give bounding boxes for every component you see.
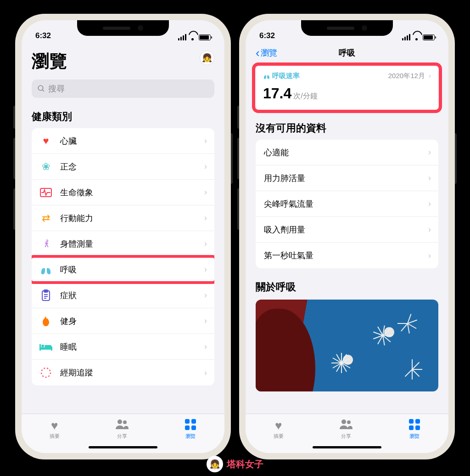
tab-label: 摘要 xyxy=(274,433,284,440)
category-list: ♥ 心臟 › ❀ 正念 › 生命徵象 › ⇄ xyxy=(32,128,214,385)
chevron-right-icon: › xyxy=(204,290,207,300)
tab-label: 摘要 xyxy=(50,433,60,440)
section-header-categories: 健康類別 xyxy=(32,110,214,124)
home-indicator[interactable] xyxy=(313,446,381,448)
chevron-right-icon: › xyxy=(204,213,207,223)
about-illustration[interactable] xyxy=(256,300,438,391)
category-row-mindfulness[interactable]: ❀ 正念 › xyxy=(32,154,214,180)
rate-label-row: 呼吸速率 xyxy=(263,72,300,80)
body-icon: 𐀪 xyxy=(39,237,53,251)
list-item[interactable]: 用力肺活量 › xyxy=(256,165,438,191)
chevron-right-icon: › xyxy=(428,147,431,157)
svg-point-13 xyxy=(41,368,50,377)
tab-browse[interactable]: 瀏覽 xyxy=(185,419,196,440)
tab-share[interactable]: 分享 xyxy=(115,419,129,440)
svg-rect-19 xyxy=(191,425,196,430)
svg-rect-18 xyxy=(185,425,190,430)
category-row-respiratory[interactable]: 呼吸 › xyxy=(32,257,214,283)
category-row-mobility[interactable]: ⇄ 行動能力 › xyxy=(32,205,214,231)
item-label: 吸入劑用量 xyxy=(264,224,428,235)
tab-summary[interactable]: ♥ 摘要 xyxy=(50,419,60,440)
watermark-text: 塔科女子 xyxy=(227,458,263,470)
chevron-right-icon: › xyxy=(204,342,207,351)
list-item[interactable]: 第一秒吐氣量 › xyxy=(256,243,438,268)
category-row-sleep[interactable]: 睡眠 › xyxy=(32,334,214,360)
respiratory-rate-card[interactable]: 呼吸速率 2020年12月 › 17.4 次/分鐘 xyxy=(256,66,438,109)
heart-icon: ♥ xyxy=(275,419,282,431)
svg-point-14 xyxy=(118,419,122,424)
heart-icon: ♥ xyxy=(51,419,58,431)
svg-point-0 xyxy=(38,85,43,91)
svg-rect-24 xyxy=(409,425,414,430)
clipboard-icon xyxy=(39,289,53,302)
category-label: 症狀 xyxy=(60,290,204,301)
profile-avatar[interactable]: 👧 xyxy=(200,51,214,65)
tab-summary[interactable]: ♥ 摘要 xyxy=(274,419,284,440)
back-button[interactable]: ‹ 瀏覽 xyxy=(256,46,277,60)
nav-title: 呼吸 xyxy=(339,47,355,58)
chevron-right-icon: › xyxy=(204,265,207,274)
tab-browse[interactable]: 瀏覽 xyxy=(408,419,420,440)
wifi-icon xyxy=(189,34,196,40)
list-item[interactable]: 心適能 › xyxy=(256,140,438,165)
nav-bar: ‹ 瀏覽 呼吸 xyxy=(256,42,438,63)
category-row-fitness[interactable]: 健身 › xyxy=(32,308,214,334)
people-icon xyxy=(115,419,129,431)
section-header-about: 關於呼吸 xyxy=(256,280,438,294)
tab-label: 瀏覽 xyxy=(185,433,196,440)
list-item[interactable]: 尖峰呼氣流量 › xyxy=(256,191,438,217)
status-icons xyxy=(402,34,435,40)
svg-rect-12 xyxy=(45,345,51,347)
item-label: 第一秒吐氣量 xyxy=(264,250,428,261)
rate-unit: 次/分鐘 xyxy=(293,91,317,101)
grid-icon xyxy=(185,419,196,431)
category-row-cycle[interactable]: 經期追蹤 › xyxy=(32,360,214,385)
back-label: 瀏覽 xyxy=(261,47,277,58)
category-row-vitals[interactable]: 生命徵象 › xyxy=(32,180,214,205)
vitals-icon xyxy=(39,186,53,199)
chevron-right-icon: › xyxy=(204,316,207,326)
svg-line-1 xyxy=(42,90,44,91)
category-row-heart[interactable]: ♥ 心臟 › xyxy=(32,128,214,154)
home-indicator[interactable] xyxy=(89,446,157,448)
item-label: 尖峰呼氣流量 xyxy=(264,198,428,210)
mindfulness-icon: ❀ xyxy=(39,160,53,174)
phone-frame-right: 6:32 ‹ 瀏覽 呼吸 xyxy=(239,14,455,459)
notch xyxy=(301,20,393,36)
cellular-icon xyxy=(402,34,410,40)
tab-label: 分享 xyxy=(341,433,351,440)
category-label: 心臟 xyxy=(60,136,204,147)
category-row-symptoms[interactable]: 症狀 › xyxy=(32,283,214,308)
tab-share[interactable]: 分享 xyxy=(339,419,353,440)
svg-rect-8 xyxy=(39,347,52,350)
phone-frame-left: 6:32 瀏覽 👧 搜尋 健康類別 ♥ 心 xyxy=(15,14,231,459)
screen-browse: 6:32 瀏覽 👧 搜尋 健康類別 ♥ 心 xyxy=(22,20,224,453)
battery-icon xyxy=(423,34,435,40)
category-label: 正念 xyxy=(60,161,204,172)
lungs-icon xyxy=(263,73,270,79)
chevron-right-icon: › xyxy=(204,162,207,171)
chevron-right-icon: › xyxy=(428,173,431,183)
people-icon xyxy=(339,419,353,431)
category-label: 行動能力 xyxy=(60,213,204,224)
svg-point-15 xyxy=(123,420,127,424)
status-time: 6:32 xyxy=(35,31,51,40)
svg-point-20 xyxy=(341,419,346,424)
svg-rect-23 xyxy=(415,419,420,424)
svg-rect-9 xyxy=(39,344,41,351)
item-label: 心適能 xyxy=(264,147,428,158)
svg-rect-22 xyxy=(409,419,414,424)
chevron-right-icon: › xyxy=(428,199,431,209)
chevron-right-icon: › xyxy=(428,225,431,234)
lungs-icon xyxy=(39,263,53,277)
search-input[interactable]: 搜尋 xyxy=(32,79,214,98)
nodata-list: 心適能 › 用力肺活量 › 尖峰呼氣流量 › 吸入劑用量 › 第一秒吐氣量 xyxy=(256,140,438,268)
category-label: 經期追蹤 xyxy=(60,367,204,378)
watermark: 👧 塔科女子 xyxy=(207,456,263,472)
rate-label: 呼吸速率 xyxy=(272,72,300,80)
list-item[interactable]: 吸入劑用量 › xyxy=(256,217,438,243)
svg-point-11 xyxy=(41,345,44,347)
svg-rect-25 xyxy=(415,425,420,430)
category-row-body[interactable]: 𐀪 身體測量 › xyxy=(32,231,214,257)
chevron-right-icon: › xyxy=(429,72,431,79)
